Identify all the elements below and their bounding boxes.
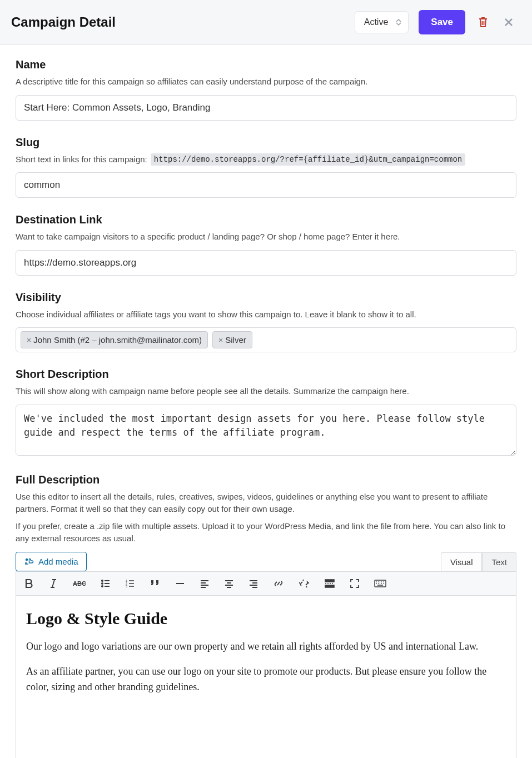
slug-url-example: https://demo.storeapps.org/?ref={affilia… xyxy=(151,153,466,166)
svg-text:3: 3 xyxy=(126,585,127,588)
keyboard-icon xyxy=(374,579,386,589)
numbered-list-button[interactable]: 123 xyxy=(123,576,137,591)
italic-button[interactable] xyxy=(46,576,61,591)
tag-label: Silver xyxy=(225,335,246,345)
rich-editor: Add media Visual Text ABC 123 xyxy=(16,552,516,759)
name-input[interactable] xyxy=(16,95,516,121)
slug-input[interactable] xyxy=(16,172,516,198)
align-center-button[interactable] xyxy=(222,576,236,591)
editor-toolbar: ABC 123 xyxy=(16,571,516,596)
media-icon xyxy=(24,557,34,566)
slug-label: Slug xyxy=(16,136,516,149)
svg-rect-8 xyxy=(325,585,334,587)
full-desc-help-1: Use this editor to insert all the detail… xyxy=(16,491,516,516)
unlink-icon xyxy=(299,579,310,589)
fullscreen-icon xyxy=(350,579,360,589)
svg-rect-7 xyxy=(325,580,334,582)
content-paragraph: As an affiliate partner, you can use our… xyxy=(26,664,506,695)
align-right-button[interactable] xyxy=(246,576,261,591)
save-button[interactable]: Save xyxy=(419,10,465,34)
editor-content[interactable]: Logo & Style Guide Our logo and logo var… xyxy=(16,596,516,759)
short-desc-input[interactable]: We've included the most important design… xyxy=(16,405,516,456)
tag-remove-icon[interactable]: × xyxy=(27,336,31,345)
tab-text[interactable]: Text xyxy=(482,552,516,571)
svg-point-2 xyxy=(102,582,103,584)
form-content: Name A descriptive title for this campai… xyxy=(0,45,532,758)
visibility-tag-input[interactable]: × John Smith (#2 – john.smith@mailinator… xyxy=(16,327,516,352)
field-destination: Destination Link Want to take campaign v… xyxy=(16,213,516,276)
content-heading: Logo & Style Guide xyxy=(26,609,506,628)
keyboard-button[interactable] xyxy=(372,576,389,591)
blockquote-button[interactable] xyxy=(147,576,163,591)
status-value: Active xyxy=(364,17,389,27)
numbered-list-icon: 123 xyxy=(125,579,135,589)
visibility-label: Visibility xyxy=(16,291,516,304)
destination-help: Want to take campaign visitors to a spec… xyxy=(16,231,516,243)
fullscreen-button[interactable] xyxy=(347,576,362,591)
align-center-icon xyxy=(224,579,234,589)
destination-label: Destination Link xyxy=(16,213,516,226)
bold-button[interactable] xyxy=(22,576,36,591)
destination-input[interactable] xyxy=(16,250,516,276)
name-label: Name xyxy=(16,58,516,71)
content-paragraph: Our logo and logo variations are our own… xyxy=(26,639,506,655)
full-desc-help-2: If you prefer, create a .zip file with m… xyxy=(16,520,516,545)
visibility-tag[interactable]: × John Smith (#2 – john.smith@mailinator… xyxy=(21,331,208,348)
strikethrough-icon: ABC xyxy=(73,580,86,587)
svg-point-0 xyxy=(26,558,28,561)
header-actions: Active Save xyxy=(355,10,516,34)
short-desc-help: This will show along with campaign name … xyxy=(16,385,516,398)
add-media-button[interactable]: Add media xyxy=(16,552,87,571)
page-title: Campaign Detail xyxy=(11,14,116,30)
svg-point-3 xyxy=(102,585,103,586)
link-icon xyxy=(273,579,284,589)
italic-icon xyxy=(48,579,58,589)
add-media-label: Add media xyxy=(38,557,78,566)
align-left-icon xyxy=(200,579,210,589)
align-right-icon xyxy=(248,579,258,589)
editor-tabs: Visual Text xyxy=(441,552,516,571)
hr-icon xyxy=(175,579,185,589)
bullet-list-icon xyxy=(101,579,111,589)
header: Campaign Detail Active Save xyxy=(0,0,532,45)
delete-button[interactable] xyxy=(475,14,491,31)
align-left-button[interactable] xyxy=(197,576,212,591)
status-select[interactable]: Active xyxy=(355,11,409,33)
link-button[interactable] xyxy=(271,576,286,591)
slug-help: Short text in links for this campaign: xyxy=(16,153,147,166)
field-slug: Slug Short text in links for this campai… xyxy=(16,136,516,198)
full-desc-label: Full Description xyxy=(16,473,516,486)
readmore-icon xyxy=(324,579,335,589)
close-icon xyxy=(503,17,514,28)
chevron-updown-icon xyxy=(396,19,401,26)
field-short-description: Short Description This will show along w… xyxy=(16,368,516,458)
tag-remove-icon[interactable]: × xyxy=(218,336,223,345)
name-help: A descriptive title for this campaign so… xyxy=(16,76,516,88)
visibility-help: Choose individual affiliates or affiliat… xyxy=(16,308,516,321)
field-full-description: Full Description Use this editor to inse… xyxy=(16,473,516,759)
visibility-tag[interactable]: × Silver xyxy=(212,331,252,348)
tag-label: John Smith (#2 – john.smith@mailinator.c… xyxy=(33,335,202,345)
readmore-button[interactable] xyxy=(322,576,337,591)
hr-button[interactable] xyxy=(173,576,187,591)
field-visibility: Visibility Choose individual affiliates … xyxy=(16,291,516,353)
short-desc-label: Short Description xyxy=(16,368,516,381)
field-name: Name A descriptive title for this campai… xyxy=(16,58,516,121)
bullet-list-button[interactable] xyxy=(98,576,113,591)
close-button[interactable] xyxy=(501,14,516,30)
bold-icon xyxy=(24,579,34,589)
unlink-button[interactable] xyxy=(296,576,312,591)
svg-point-1 xyxy=(102,580,103,581)
trash-icon xyxy=(478,16,489,28)
strikethrough-button[interactable]: ABC xyxy=(71,578,88,589)
quote-icon xyxy=(150,579,161,589)
tab-visual[interactable]: Visual xyxy=(441,552,483,571)
